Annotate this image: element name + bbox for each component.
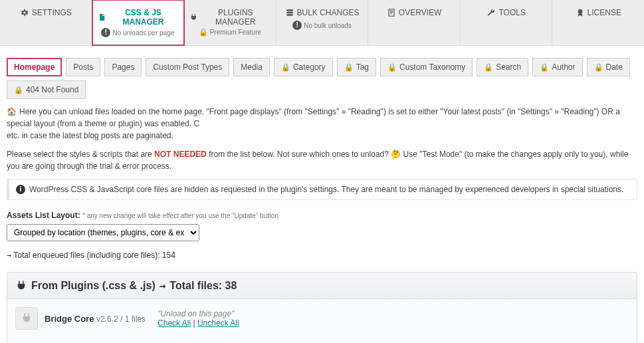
nav-cssjs-label: CSS & JS MANAGER <box>108 8 178 27</box>
not-needed-label: NOT NEEDED <box>154 150 207 159</box>
unload-controls: "Unload on this page" Check All | Unchec… <box>158 309 239 328</box>
page-icon <box>387 8 396 17</box>
lock-icon: 🔒 <box>344 63 354 72</box>
section-title: From Plugins (.css & .js) <box>31 280 156 292</box>
badge-icon <box>576 8 585 17</box>
nav-overview[interactable]: OVERVIEW <box>368 0 461 45</box>
nav-plugins-label: PLUGINS MANAGER <box>201 8 270 27</box>
lock-icon: 🔒 <box>594 63 603 72</box>
layout-select[interactable]: Grouped by location (themes, plugins, co… <box>7 224 199 241</box>
plugin-name: Bridge Core v2.6.2 / 1 files <box>45 314 146 324</box>
nav-plugins-manager[interactable]: PLUGINS MANAGER 🔒Premium Feature <box>184 0 276 45</box>
home-icon: 🏠 <box>7 107 17 116</box>
subtab-media[interactable]: Media <box>233 58 270 76</box>
nav-bulk-label: BULK CHANGES <box>297 8 360 17</box>
plugin-icon <box>15 307 38 330</box>
subtab-homepage[interactable]: Homepage <box>7 58 62 76</box>
nav-plugins-sub: Premium Feature <box>210 29 261 36</box>
lock-icon: 🔒 <box>484 63 493 72</box>
nav-tools-label: TOOLS <box>498 8 525 17</box>
plug-icon <box>15 280 27 292</box>
info-icon: i <box>16 185 25 194</box>
svg-point-0 <box>578 9 582 14</box>
info-icon: ! <box>101 28 110 37</box>
top-nav: SETTINGS CSS & JS MANAGER !No unloads pe… <box>0 0 644 46</box>
nav-license[interactable]: LICENSE <box>552 0 644 45</box>
subtab-posts[interactable]: Posts <box>66 58 100 76</box>
nav-bulk-changes[interactable]: BULK CHANGES !No bulk unloads <box>276 0 369 45</box>
layout-label: Assets List Layout: <box>7 211 80 220</box>
unload-heading: "Unload on this page" <box>158 309 239 318</box>
nav-settings[interactable]: SETTINGS <box>0 0 92 45</box>
gear-icon <box>20 8 29 17</box>
subtab-author[interactable]: 🔒Author <box>532 58 582 76</box>
subtab-404[interactable]: 🔒404 Not Found <box>7 80 86 99</box>
lock-icon: 🔒 <box>387 63 397 72</box>
notice-text: WordPress CSS & JavaScript core files ar… <box>29 185 623 194</box>
lock-icon: 🔒 <box>14 86 23 94</box>
subtab-custom-taxonomy[interactable]: 🔒Custom Taxonomy <box>380 58 473 76</box>
lock-icon: 🔒 <box>281 63 290 72</box>
intro-text-2: Please select the styles & scripts that … <box>7 148 637 172</box>
uncheck-all-link[interactable]: Uncheck All <box>197 318 239 328</box>
check-all-link[interactable]: Check All <box>158 318 191 328</box>
plugins-section-header[interactable]: From Plugins (.css & .js) → Total files:… <box>7 272 637 299</box>
plugins-section-body: Bridge Core v2.6.2 / 1 files "Unload on … <box>7 299 637 343</box>
core-files-notice: i WordPress CSS & JavaScript core files … <box>7 179 637 200</box>
plugin-row: Bridge Core v2.6.2 / 1 files "Unload on … <box>15 307 629 330</box>
section-total: Total files: 38 <box>169 280 237 292</box>
wrench-icon <box>486 8 496 17</box>
total-enqueued: → Total enqueued files (including core f… <box>7 251 637 260</box>
nav-bulk-sub: No bulk unloads <box>304 22 352 29</box>
lock-icon: 🔒 <box>199 28 208 37</box>
subtab-category[interactable]: 🔒Category <box>274 58 333 76</box>
subtab-tag[interactable]: 🔒Tag <box>337 58 376 76</box>
intro-text: 🏠Here you can unload files loaded on the… <box>7 106 637 142</box>
nav-license-label: LICENSE <box>588 8 621 17</box>
nav-cssjs-sub: No unloads per page <box>112 29 174 37</box>
subtab-custom-post-types[interactable]: Custom Post Types <box>146 58 229 76</box>
nav-tools[interactable]: TOOLS <box>461 0 553 45</box>
info-icon: ! <box>292 21 302 30</box>
stack-icon <box>285 8 294 17</box>
plug-icon <box>189 13 198 22</box>
layout-label-row: Assets List Layout: * any new change wil… <box>7 211 637 220</box>
asset-details: Handle: bridge-core-dashboard-style * St… <box>15 339 629 343</box>
nav-cssjs-manager[interactable]: CSS & JS MANAGER !No unloads per page <box>92 0 185 45</box>
thinking-emoji: 🤔 <box>391 150 401 159</box>
doc-icon <box>98 13 106 22</box>
subtab-pages[interactable]: Pages <box>104 58 142 76</box>
subtab-search[interactable]: 🔒Search <box>477 58 528 76</box>
lock-icon: 🔒 <box>540 63 549 72</box>
subtabs: Homepage Posts Pages Custom Post Types M… <box>0 46 644 106</box>
nav-settings-label: SETTINGS <box>32 8 72 17</box>
layout-hint: * any new change will take effect after … <box>82 212 278 219</box>
nav-overview-label: OVERVIEW <box>399 8 441 17</box>
subtab-date[interactable]: 🔒Date <box>587 58 630 76</box>
